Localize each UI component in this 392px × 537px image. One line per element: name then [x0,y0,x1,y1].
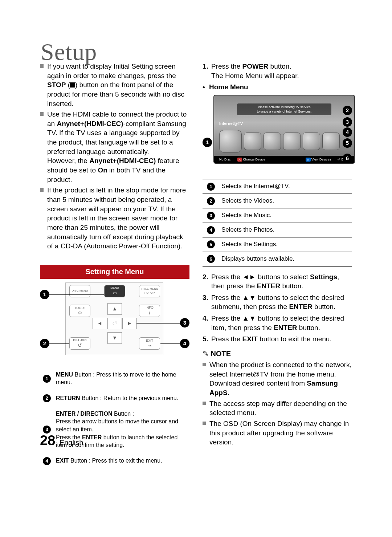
left-arrow-icon: ◄ [93,318,107,329]
tv-callout-1: 1 [203,138,212,147]
table-row: 6Displays buttons available. [203,252,352,266]
table-row: 2Selects the Videos. [203,194,352,208]
square-bullet-icon [40,64,44,68]
tv-icon-videos [244,133,261,150]
table-row: 2RETURN Button : Return to the previous … [40,390,189,406]
table-row: 4EXIT Button : Press this to exit the me… [40,453,189,469]
callout-1: 1 [40,290,49,299]
tv-callout-5: 5 [343,138,352,148]
enter-button-icon: ⏎ [107,318,122,329]
tv-callout-2: 2 [343,106,352,115]
step-1: 1. Press the POWER button. The Home Menu… [203,62,352,80]
note-item: When the product is connected to the net… [203,360,352,398]
callout-2: 2 [40,339,49,348]
table-row: 4Selects the Photos. [203,223,352,237]
square-bullet-icon [40,188,44,192]
right-column: 1. Press the POWER button. The Home Menu… [203,62,352,469]
page-footer: 28 English [40,431,83,450]
intro-bullets: If you want to display Initial Setting s… [40,62,189,251]
tv-icon-photos [283,133,301,150]
up-arrow-icon: ▲ [107,303,122,315]
tv-bottom-bar: No Disc A Change Device D View Devices ⏎… [214,156,354,163]
tv-description-table: 1Selects the Internet@TV.2Selects the Vi… [203,179,352,267]
content-columns: If you want to display Initial Setting s… [40,62,352,469]
down-arrow-icon: ▼ [107,332,122,344]
title-menu-button: TITLE MENU POPUP [139,285,160,297]
callout-3: 3 [180,318,189,328]
return-button: RETURN ↺ [69,337,90,350]
bullet-initial-setting: If you want to display Initial Setting s… [40,62,189,108]
note-list: When the product is connected to the net… [203,360,352,447]
exit-button: EXIT ⇥ [139,337,160,350]
step-item: 5.Press the EXIT button to exit the menu… [203,334,352,344]
note-heading: NOTE [203,349,352,359]
tv-callout-4: 4 [343,127,352,137]
note-item: The access step may differ depending on … [203,399,352,418]
tv-internet-label: Internet@TV [219,121,243,126]
tv-callout-6: 6 [343,154,352,163]
step-item: 4.Press the ▲▼ buttons to select the des… [203,314,352,332]
note-item: The OSD (On Screen Display) may change i… [203,419,352,447]
table-row: 1MENU Button : Press this to move to the… [40,367,189,390]
remote-description-table: 1MENU Button : Press this to move to the… [40,367,189,469]
tv-icon-internet [219,130,242,152]
menu-button: MENU ▭ [104,285,125,297]
remote-diagram: DISC MENU MENU ▭ TITLE MENU POPUP TOOLS … [40,282,189,362]
left-column: If you want to display Initial Setting s… [40,62,189,469]
table-row: 1Selects the Internet@TV. [203,179,352,194]
home-menu-label: Home Menu [203,82,352,92]
callout-4: 4 [180,339,189,348]
tv-screen: Please activate Internet@TV service to e… [213,95,355,164]
tv-icon-music [264,133,281,150]
remote-body: DISC MENU MENU ▭ TITLE MENU POPUP TOOLS … [65,282,163,355]
tv-icon-extra [322,133,340,150]
square-bullet-icon [40,112,44,116]
step-item: 3.Press the ▲▼ buttons to select the des… [203,293,352,312]
page-number: 28 [40,433,55,448]
footer-language: English [60,439,83,447]
step-item: 2.Press the ◄► buttons to select Setting… [203,272,352,291]
tv-diagram: Please activate Internet@TV service to e… [203,95,352,175]
steps-2-5: 2.Press the ◄► buttons to select Setting… [203,272,352,344]
disc-menu-button: DISC MENU [69,285,90,297]
table-row: 3Selects the Music. [203,208,352,223]
bullet-hdmi-anynet: Use the HDMI cable to connect the produc… [40,110,189,184]
table-row: 5Selects the Settings. [203,237,352,252]
tv-banner: Please activate Internet@TV service to e… [237,103,331,115]
bullet-screensaver: If the product is left in the stop mode … [40,186,189,251]
stop-icon [70,82,75,88]
tv-callout-3: 3 [343,117,352,127]
tv-app-icons [219,131,349,151]
info-button: INFO i [139,305,160,317]
right-arrow-icon: ► [122,318,137,329]
tools-button: TOOLS ⚙ [69,305,90,317]
section-header-setting-menu: Setting the Menu [40,265,189,279]
tv-icon-settings [303,133,320,150]
